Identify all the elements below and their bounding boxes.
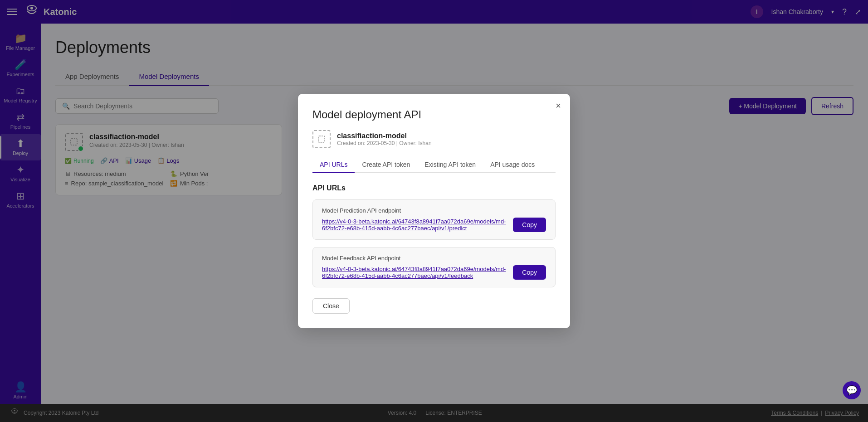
copy-feedback-url-button[interactable]: Copy [513, 265, 546, 280]
modal-title: Model deployment API [312, 108, 556, 121]
modal-tabs: API URLs Create API token Existing API t… [312, 157, 556, 173]
modal-tab-api-urls[interactable]: API URLs [312, 157, 355, 173]
feedback-endpoint-card: Model Feedback API endpoint https://v4-0… [312, 247, 556, 287]
modal-model-name: classiﬁaction-model [337, 132, 432, 140]
modal-tab-create-api-token[interactable]: Create API token [355, 157, 417, 173]
svg-rect-3 [318, 136, 325, 142]
modal-overlay[interactable]: × Model deployment API classiﬁaction-mod… [0, 0, 868, 422]
feedback-endpoint-url[interactable]: https://v4-0-3-beta.katonic.ai/64743f8a8… [322, 266, 507, 279]
prediction-endpoint-row: https://v4-0-3-beta.katonic.ai/64743f8a8… [322, 218, 546, 232]
chat-icon: 💬 [846, 385, 858, 396]
feedback-endpoint-row: https://v4-0-3-beta.katonic.ai/64743f8a8… [322, 265, 546, 280]
prediction-endpoint-label: Model Prediction API endpoint [322, 207, 546, 214]
modal-tab-api-usage-docs[interactable]: API usage docs [483, 157, 542, 173]
modal-close-button[interactable]: × [556, 101, 561, 110]
api-urls-section-title: API URLs [312, 184, 556, 192]
modal-footer: Close [312, 298, 556, 314]
modal-model-icon [312, 130, 331, 148]
modal-model-meta: Created on: 2023-05-30 | Owner: Ishan [337, 140, 432, 146]
close-modal-button[interactable]: Close [312, 298, 350, 314]
feedback-endpoint-label: Model Feedback API endpoint [322, 255, 546, 262]
copy-prediction-url-button[interactable]: Copy [513, 218, 546, 232]
modal: × Model deployment API classiﬁaction-mod… [298, 94, 570, 328]
prediction-endpoint-card: Model Prediction API endpoint https://v4… [312, 199, 556, 240]
modal-model-header: classiﬁaction-model Created on: 2023-05-… [312, 130, 556, 148]
modal-model-info: classiﬁaction-model Created on: 2023-05-… [337, 132, 432, 146]
modal-tab-existing-api-token[interactable]: Existing API token [417, 157, 483, 173]
chat-bubble[interactable]: 💬 [843, 381, 861, 399]
prediction-endpoint-url[interactable]: https://v4-0-3-beta.katonic.ai/64743f8a8… [322, 218, 507, 232]
